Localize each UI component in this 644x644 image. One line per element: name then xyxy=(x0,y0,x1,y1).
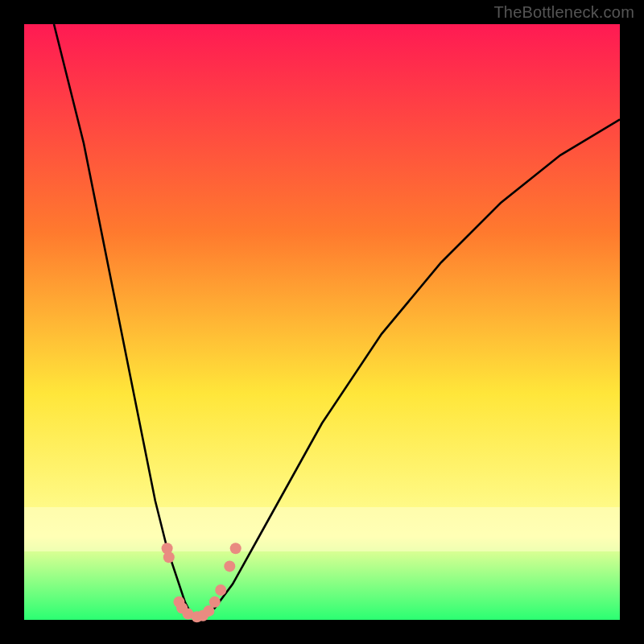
sample-point xyxy=(230,543,242,554)
sample-point xyxy=(215,584,226,596)
chart-container: TheBottleneck.com xyxy=(0,0,644,644)
pale-band xyxy=(24,507,620,551)
sample-point xyxy=(224,560,235,572)
watermark-text: TheBottleneck.com xyxy=(493,3,634,22)
sample-point xyxy=(209,597,221,608)
chart-svg xyxy=(0,0,644,644)
sample-point xyxy=(163,551,175,563)
